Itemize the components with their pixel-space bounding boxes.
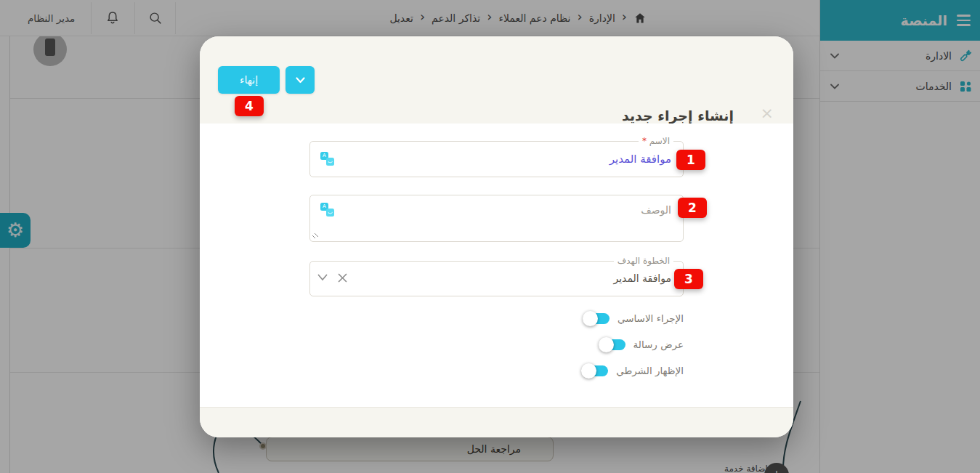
modal-title: إنشاء إجراء جديد	[622, 108, 734, 124]
description-field: Aب 2	[309, 195, 684, 242]
show-message-toggle[interactable]	[601, 339, 625, 350]
target-step-field[interactable]: الخطوة الهدف موافقة المدير 3	[309, 261, 684, 296]
conditional-display-toggle[interactable]	[583, 365, 608, 376]
primary-action-toggle[interactable]	[585, 313, 610, 324]
target-step-label: الخطوة الهدف	[614, 255, 673, 267]
step-badge-3: 3	[674, 269, 703, 289]
required-asterisk: *	[642, 136, 647, 146]
modal-header: × إنشاء إجراء جديد إنهاء 4	[200, 36, 793, 124]
toggle-label: الإظهار الشرطي	[616, 365, 684, 376]
modal-footer	[200, 407, 793, 437]
create-action-modal: × إنشاء إجراء جديد إنهاء 4 الاسم * Aب 1 …	[200, 36, 793, 437]
step-badge-4: 4	[235, 96, 264, 116]
resize-grip-icon[interactable]	[312, 233, 319, 240]
toggle-thumb	[583, 311, 598, 326]
select-chevron-down-icon[interactable]	[317, 274, 328, 281]
toggle-row-primary-action: الإجراء الاساسي	[309, 305, 684, 331]
name-field: الاسم * Aب 1	[309, 141, 684, 177]
toggle-label: الإجراء الاساسي	[617, 312, 684, 324]
finish-dropdown-button[interactable]	[286, 66, 315, 94]
clear-selection-icon[interactable]	[338, 273, 347, 283]
translate-icon[interactable]: Aب	[320, 152, 335, 166]
name-input[interactable]	[310, 142, 683, 177]
description-textarea[interactable]	[310, 195, 683, 241]
toggle-row-conditional-display: الإظهار الشرطي	[309, 357, 684, 384]
translate-icon[interactable]: Aب	[320, 203, 335, 217]
toggle-label: عرض رسالة	[633, 339, 684, 350]
toggle-thumb	[581, 363, 596, 379]
toggle-row-show-message: عرض رسالة	[309, 331, 684, 357]
target-step-value: موافقة المدير	[310, 262, 683, 296]
name-field-label: الاسم *	[639, 135, 673, 147]
chevron-down-icon	[296, 77, 305, 84]
toggle-group: الإجراء الاساسي عرض رسالة الإظهار الشرطي	[309, 305, 684, 384]
step-badge-1: 1	[676, 150, 705, 170]
modal-body: الاسم * Aب 1 Aب 2 الخطوة الهدف موافقة ال…	[200, 124, 793, 407]
close-icon[interactable]: ×	[761, 105, 774, 121]
step-badge-2: 2	[678, 198, 707, 218]
finish-button[interactable]: إنهاء	[218, 66, 280, 94]
toggle-thumb	[599, 337, 614, 352]
